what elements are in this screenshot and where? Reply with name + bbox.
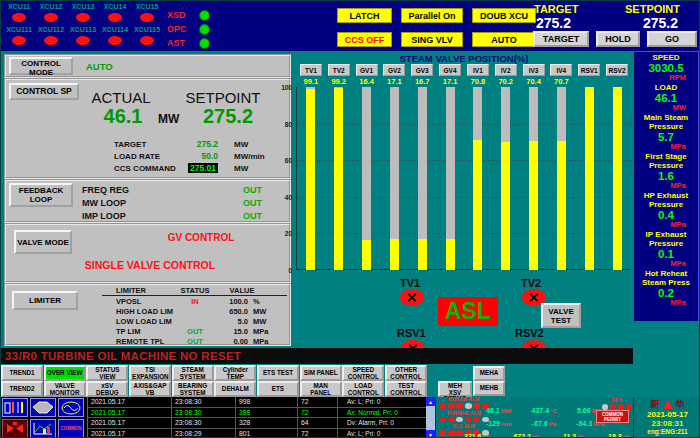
action-button-go[interactable]: GO <box>647 31 697 47</box>
nav-button-cylinder-temp[interactable]: Cylinder TEMP <box>214 365 256 381</box>
valve-button-iv4[interactable]: IV4 <box>550 64 572 76</box>
nav-button-other-control[interactable]: OTHER CONTROL <box>385 365 427 381</box>
readout-panel: SPEED3030.5RPMLOAD46.1MWMain Steam Press… <box>633 51 699 322</box>
nav-button-meha[interactable]: MEHA <box>473 366 505 381</box>
chart-y-axis: 020406080100 <box>273 87 294 270</box>
limiter-button[interactable]: LIMITER <box>12 291 78 310</box>
limiter-row-high-load-lim: HIGH LOAD LIM650.0MW <box>102 306 287 316</box>
alarm-row[interactable]: 2021.05.1723:08:3032864 <box>88 418 345 429</box>
valve-button-rsv2[interactable]: RSV2 <box>606 64 628 76</box>
scroll-down-icon[interactable]: ▼ <box>426 430 435 438</box>
action-button-target[interactable]: TARGET <box>533 31 589 47</box>
setpoint-mw-value: 275.2 <box>182 105 274 128</box>
nav-tile-boiler-feed-icon[interactable] <box>2 398 28 417</box>
valve-bar-rsv1 <box>585 87 594 270</box>
valve-button-gv2[interactable]: GV2 <box>383 64 405 76</box>
nav-tile-turbine-icon[interactable] <box>30 398 56 417</box>
valve-button-tv1[interactable]: TV1 <box>300 64 322 76</box>
bottom-strip: COMMON 2021.05.1723:08:30998722021.05.17… <box>1 397 700 438</box>
tv2-trip-label: TV2 <box>521 277 541 289</box>
valve-bar-gv2 <box>390 239 399 270</box>
control-mode-button[interactable]: CONTROL MODE <box>9 57 73 75</box>
mode-button-auto[interactable]: AUTO <box>472 32 536 47</box>
nav-button-mehb[interactable]: MEHB <box>473 381 505 396</box>
valve-button-iv3[interactable]: IV3 <box>523 64 545 76</box>
alarm-row[interactable]: 2021.05.1723:08:3099872 <box>88 397 345 408</box>
nav-button-status-view[interactable]: STATUS VIEW <box>86 365 128 381</box>
xcu-indicator-xcu13: XCU13 <box>67 2 99 25</box>
common-permit-badge: COMMON PERMIT <box>596 410 629 423</box>
nav-button-axis-gap-vb[interactable]: AXIS&GAP VB <box>129 381 171 397</box>
alarm-led-panel: BOILER ALMTURBINE ALMELC ALM 46.1MW437.4… <box>435 397 633 438</box>
nav-tile-common-button[interactable]: COMMON <box>58 419 84 438</box>
valve-button-gv1[interactable]: GV1 <box>356 64 378 76</box>
scroll-up-icon[interactable]: ▲ <box>426 397 435 406</box>
feedback-loop-section: FEEDBACK LOOP FREQ REGOUTMW LOOPOUTIMP L… <box>4 179 291 223</box>
xcu13-led-icon <box>76 13 90 22</box>
valve-test-button[interactable]: VALVE TEST <box>541 303 581 328</box>
alarm-led-icon <box>610 404 616 410</box>
mode-button-ccs-off[interactable]: CCS OFF <box>337 32 392 47</box>
xcu-indicator-grid: XCU11XCU12XCU13XCU14XCU15XCU111XCU112XCU… <box>3 2 163 48</box>
nav-button-steam-system[interactable]: STEAM SYSTEM <box>172 365 214 381</box>
mode-button-parallel-on[interactable]: Parallel On <box>401 8 463 23</box>
mode-button-latch[interactable]: LATCH <box>337 8 392 23</box>
rsv2-trip-label: RSV2 <box>515 327 544 339</box>
nav-button-valve-monitor[interactable]: VALVE MONITOR <box>44 381 86 397</box>
nav-tile-valve-icon[interactable] <box>2 419 28 438</box>
nav-button-speed-control[interactable]: SPEED CONTROL <box>342 365 384 381</box>
tv1-trip-x-icon <box>400 289 424 306</box>
nav-button-xsv-debug[interactable]: xSV DEBUG <box>86 381 128 397</box>
valve-value-gv3: 16.7 <box>415 77 430 86</box>
mode-button-sing-vlv[interactable]: SING VLV <box>401 32 463 47</box>
nav-button-meh-xsv-debug[interactable]: MEH XSV DEBUG <box>438 381 472 397</box>
alarm-row[interactable]: 2021.05.1723:08:3039872 <box>88 408 345 419</box>
nav-button-sim-panel[interactable]: SIM PANEL <box>300 365 342 381</box>
limiter-section: LIMITER LIMITERSTATUSVALUEVPOSLIN100.0%H… <box>4 283 291 346</box>
alarm-led-icon <box>618 404 624 410</box>
valve-value-gv4: 17.1 <box>443 77 458 86</box>
action-button-hold[interactable]: HOLD <box>596 31 640 47</box>
setpoint-label: SETPOINT <box>625 3 680 15</box>
alarm-row[interactable]: 2021.05.1723:08:2980172 <box>88 429 345 438</box>
alarm-status-row: Av: L; Pri: 0 <box>345 397 426 408</box>
alarm-led-icon <box>473 403 480 409</box>
nav-button-test-control[interactable]: TEST CONTROL <box>385 381 427 397</box>
gv-control-status: GV CONTROL <box>116 232 286 243</box>
chart-title: STEAM VALVE POSITION(%) <box>297 53 631 64</box>
valve-value-iv3: 70.4 <box>526 77 541 86</box>
nav-button-load-control[interactable]: LOAD CONTROL <box>342 381 384 397</box>
readout-main-steam-pressure: Main Steam Pressure5.7MPa <box>634 113 698 151</box>
nav-button-trend2[interactable]: TREND2 <box>1 381 43 397</box>
nav-tile-trend-icon[interactable] <box>30 419 56 438</box>
valve-button-rsv1[interactable]: RSV1 <box>578 64 600 76</box>
nav-button-tsi-expansion[interactable]: TSI EXPANSION <box>129 365 171 381</box>
valve-value-tv2: 99.2 <box>331 77 346 86</box>
nav-button-over-view[interactable]: OVER VIEW <box>44 365 86 381</box>
nav-button-trend1[interactable]: TREND1 <box>1 365 43 381</box>
valve-mode-button[interactable]: VALVE MODE <box>14 230 72 254</box>
nav-tile-condenser-icon[interactable] <box>58 398 84 417</box>
xcu115-led-icon <box>140 36 154 45</box>
xcu114-led-icon <box>108 36 122 45</box>
mode-button-doub-xcu[interactable]: DOUB XCU <box>472 8 536 23</box>
limiter-row-low-load-lim: LOW LOAD LIM5.0MW <box>102 316 287 326</box>
valve-button-gv3[interactable]: GV3 <box>411 64 433 76</box>
xcu-indicator-xcu112: XCU112 <box>35 25 67 48</box>
valve-button-iv2[interactable]: IV2 <box>495 64 517 76</box>
readout-ip-exhaust-pressure: IP Exhaust Pressure0.1MPa <box>634 230 698 268</box>
nav-button-man-panel[interactable]: MAN PANEL <box>300 381 342 397</box>
valve-bar-gv1 <box>362 240 371 270</box>
alarm-led-icon <box>456 417 463 423</box>
valve-button-iv1[interactable]: IV1 <box>467 64 489 76</box>
valve-button-tv2[interactable]: TV2 <box>328 64 350 76</box>
valve-button-gv4[interactable]: GV4 <box>439 64 461 76</box>
nav-button-ets[interactable]: ETS <box>257 381 299 397</box>
nav-button-bearing-system[interactable]: BEARING SYSTEM <box>172 381 214 397</box>
alarm-scrollbar[interactable]: ▲ ▼ <box>426 397 435 438</box>
nav-button-dehalm[interactable]: DEHALM <box>214 381 256 397</box>
nav-button-ets-test[interactable]: ETS TEST <box>257 365 299 381</box>
feedback-loop-button[interactable]: FEEDBACK LOOP <box>9 183 73 207</box>
alarm-led-icon <box>465 403 472 409</box>
valve-bar-iv4 <box>557 141 566 270</box>
